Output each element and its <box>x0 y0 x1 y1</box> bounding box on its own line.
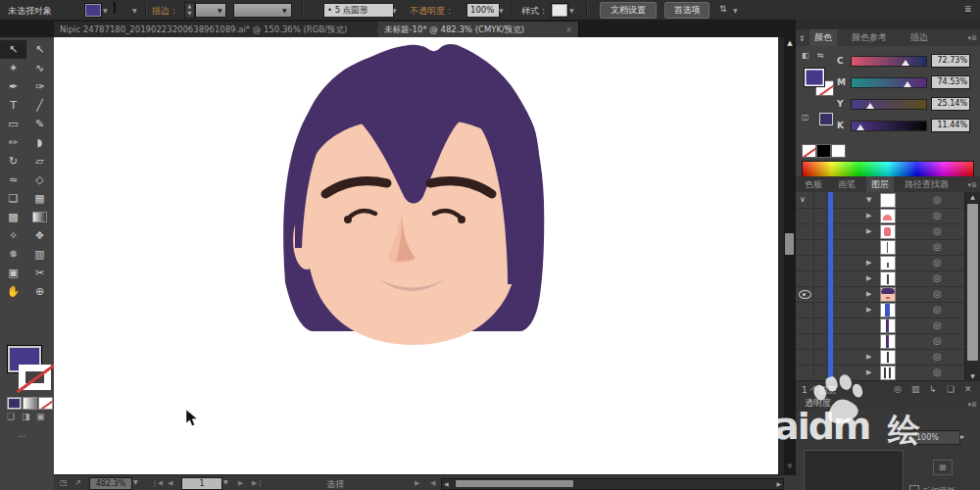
paintbrush-tool[interactable]: ✎ <box>26 115 53 133</box>
pen-tool[interactable]: ✒ <box>0 77 26 96</box>
new-sublayer-icon[interactable]: ↳ <box>929 384 937 394</box>
symbol-sprayer-tool[interactable]: ✵ <box>0 245 26 264</box>
k-value-field[interactable]: 11.44% <box>931 119 970 132</box>
free-transform-tool[interactable]: ◇ <box>26 171 53 189</box>
pencil-tool[interactable]: ✏ <box>0 133 26 152</box>
hscroll-right-icon[interactable]: ▶ <box>776 480 781 487</box>
layer-row[interactable]: ▶◎ <box>796 286 980 303</box>
layer-thumbnail[interactable] <box>880 350 896 365</box>
direct-selection-tool[interactable]: ↖ <box>26 40 53 59</box>
tab-swatches[interactable]: 色板 <box>800 176 827 192</box>
lock-toggle[interactable] <box>813 239 827 254</box>
canvas-artboard[interactable] <box>54 37 784 474</box>
layer-thumbnail[interactable] <box>880 287 896 302</box>
next-artboard-icon[interactable]: ▶ <box>238 479 243 487</box>
lock-toggle[interactable] <box>813 208 827 222</box>
visibility-toggle[interactable] <box>796 239 814 254</box>
layer-row[interactable]: ◎ <box>796 318 980 334</box>
zoom-dropdown-icon[interactable]: ▼ <box>133 478 138 485</box>
color-spectrum-bar[interactable] <box>802 161 974 177</box>
curvature-tool[interactable]: ✑ <box>26 77 53 96</box>
collapse-panel-icon[interactable]: ⇕ <box>799 34 806 43</box>
target-icon[interactable]: ◎ <box>933 210 942 220</box>
layers-scroll-thumb[interactable] <box>967 204 978 361</box>
control-panel-menu-icon[interactable]: ≣ <box>964 4 972 14</box>
mask-link-icon[interactable]: ▦ <box>933 460 953 475</box>
layer-thumbnail[interactable] <box>880 256 896 270</box>
tab-stroke[interactable]: 描边 <box>906 29 933 46</box>
width-tool[interactable]: ≈ <box>0 171 26 189</box>
horizontal-scroll-thumb[interactable] <box>456 480 573 487</box>
y-slider[interactable] <box>851 99 927 110</box>
gradient-tool[interactable] <box>26 208 53 226</box>
tab-layers[interactable]: 图层 <box>866 176 894 192</box>
locate-object-icon[interactable]: ◎ <box>894 384 902 394</box>
tab-brushes[interactable]: 画笔 <box>833 176 860 192</box>
last-artboard-icon[interactable]: ▶❘ <box>252 479 263 487</box>
target-icon[interactable]: ◎ <box>933 288 942 299</box>
lock-toggle[interactable] <box>813 192 827 207</box>
lasso-tool[interactable]: ∿ <box>26 59 53 77</box>
draw-normal-icon[interactable]: ❏ <box>7 412 15 421</box>
visibility-toggle[interactable] <box>796 255 814 270</box>
target-icon[interactable]: ◎ <box>933 319 942 330</box>
layer-row[interactable]: ▶◎ <box>796 302 980 318</box>
draw-behind-icon[interactable]: ◨ <box>22 412 30 421</box>
canvas-vertical-scrollbar[interactable]: ▲ ▼ <box>784 37 796 474</box>
mask-thumbnail-well[interactable] <box>804 450 904 490</box>
transparency-opacity-field[interactable]: 100% <box>911 430 960 445</box>
layer-thumbnail[interactable] <box>880 209 896 223</box>
c-value-field[interactable]: 72.73% <box>931 54 970 68</box>
eye-icon[interactable] <box>799 290 811 299</box>
first-artboard-icon[interactable]: ❘◀ <box>152 479 163 487</box>
panel-fill-swatch[interactable] <box>804 68 825 87</box>
layer-thumbnail[interactable] <box>880 271 896 286</box>
slider-thumb[interactable] <box>857 124 864 130</box>
color-mode-button[interactable] <box>7 397 22 410</box>
panel-menu-icon[interactable]: ▾≣ <box>968 181 977 189</box>
target-icon[interactable]: ◎ <box>933 367 942 377</box>
column-graph-tool[interactable]: ▥ <box>26 245 53 264</box>
layer-thumbnail[interactable] <box>880 193 896 208</box>
eyedropper-tool[interactable]: ✧ <box>0 226 26 245</box>
chevron-down-icon[interactable]: ∨ <box>800 195 806 204</box>
rotate-tool[interactable]: ↻ <box>0 152 26 171</box>
layer-row[interactable]: ▶◎ <box>796 255 980 271</box>
visibility-toggle[interactable] <box>796 318 814 332</box>
layer-row[interactable]: ▶◎ <box>796 270 980 287</box>
shape-builder-tool[interactable]: ❏ <box>0 189 26 208</box>
tab-pathfinder[interactable]: 路径查找器 <box>900 176 954 192</box>
artboard-dropdown-icon[interactable]: ▼ <box>223 478 228 485</box>
layer-row[interactable]: ◎ <box>796 239 980 256</box>
tab-transparency[interactable]: 透明度 <box>800 396 836 411</box>
style-swatch[interactable] <box>551 3 568 18</box>
visibility-toggle[interactable] <box>796 223 814 238</box>
swap-fill-stroke-icon[interactable]: ⇆ <box>817 51 824 60</box>
fill-dropdown-icon[interactable]: ▼ <box>103 7 108 14</box>
lock-toggle[interactable] <box>813 349 827 364</box>
y-value-field[interactable]: 25.14% <box>931 97 970 111</box>
mesh-tool[interactable]: ▩ <box>0 208 26 226</box>
target-icon[interactable]: ◎ <box>933 257 942 268</box>
none-swatch[interactable] <box>802 144 816 158</box>
visibility-toggle[interactable] <box>796 286 814 301</box>
blob-brush-tool[interactable]: ◗ <box>26 133 53 152</box>
visibility-toggle[interactable] <box>796 365 814 379</box>
artboard-tool[interactable]: ▣ <box>0 264 26 282</box>
zoom-tool[interactable]: ⊕ <box>26 282 53 301</box>
layer-thumbnail[interactable] <box>880 303 896 318</box>
blend-tool[interactable]: ❖ <box>26 226 53 245</box>
panel-menu-icon[interactable]: ▾≣ <box>968 401 977 409</box>
layer-row[interactable]: ▶◎ <box>796 365 980 381</box>
status-launch-icon[interactable]: ↗ <box>74 478 81 487</box>
preferences-button[interactable]: 首选项 <box>664 2 710 19</box>
expand-arrow-icon[interactable]: ▶ <box>866 274 871 282</box>
fill-stroke-indicator-icon[interactable]: ◧ <box>802 51 809 60</box>
k-slider[interactable] <box>851 121 927 131</box>
white-swatch[interactable] <box>831 144 846 158</box>
lock-toggle[interactable] <box>813 333 827 348</box>
vertical-scroll-thumb[interactable] <box>785 233 794 255</box>
out-of-gamut-cube-icon[interactable]: ◫ <box>802 113 809 122</box>
line-segment-tool[interactable]: ╱ <box>26 96 53 115</box>
lock-toggle[interactable] <box>813 223 827 238</box>
